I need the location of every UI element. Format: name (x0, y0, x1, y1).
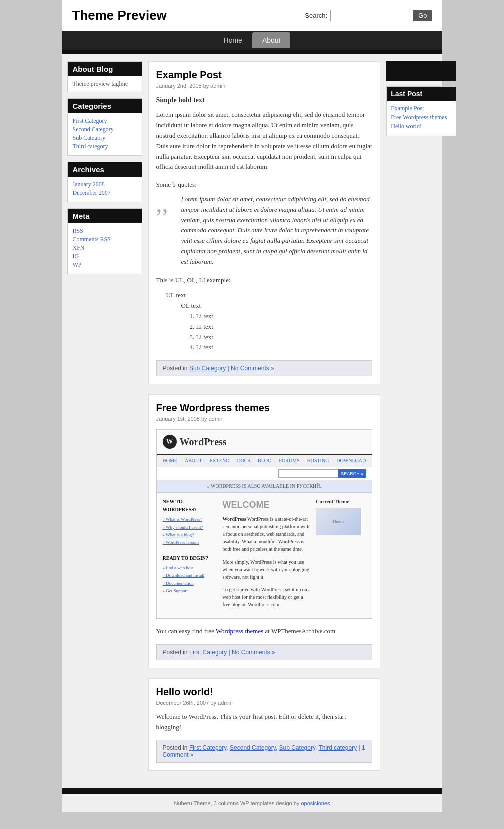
wp-body-text2: More simply, WordPress is what you use w… (223, 558, 311, 581)
last-post-link[interactable]: Example Post (391, 105, 452, 112)
wp-theme-preview: Theme (316, 508, 361, 535)
wp-sidebar-link[interactable]: » WordPress lessons (163, 539, 218, 546)
wp-body-text3: To get started with WordPress, set it up… (223, 586, 311, 608)
wp-right: Current Theme Theme (316, 498, 366, 613)
post-1-content: Simple bold text Lorem ipsum dolor sit a… (156, 95, 373, 353)
ul-item: UL text (166, 290, 373, 301)
wp-sidebar-title: NEW TO WORDPRESS? (163, 498, 218, 514)
wp-nav-item: HOME (163, 457, 177, 465)
bquote-label: Some b-quotes: (156, 180, 373, 190)
footer: Nuberu Theme, 3 columns WP templates des… (62, 794, 442, 812)
wp-notice: » WORDPRESS IS ALSO AVAILABLE IN РУССКИЙ… (157, 480, 372, 493)
wp-logo-text: WordPress (180, 434, 227, 450)
post-comments-link[interactable]: No Comments » (232, 649, 275, 656)
last-post-link[interactable]: Free Wordpress themes (391, 114, 452, 121)
blockquote-text: Lorem ipsum dolor sit amet, consectetur … (181, 194, 373, 267)
wp-search-input[interactable] (278, 469, 338, 478)
footer-link[interactable]: oposiciones (301, 800, 330, 806)
wp-ready-link[interactable]: » find a web host (163, 564, 218, 571)
post-category-link[interactable]: First Category (189, 649, 227, 656)
wp-sidebar-link[interactable]: » What is WordPress? (163, 516, 218, 523)
wp-nav-item: DOWNLOAD (336, 457, 366, 465)
post-category-link[interactable]: Sub Category (189, 365, 226, 372)
archive-link[interactable]: January 2008 (73, 181, 137, 188)
site-title: Theme Preview (72, 8, 167, 23)
post-category-link[interactable]: Second Category (230, 744, 276, 751)
list-label: This is UL, OL, LI example: (156, 275, 373, 286)
wordpress-screenshot: W WordPress HOME ABOUT EXTEND DOCS BLOG … (156, 429, 373, 619)
wp-sidebar: NEW TO WORDPRESS? » What is WordPress? »… (163, 498, 218, 613)
category-link[interactable]: Second Category (73, 126, 137, 133)
meta-link[interactable]: XFN (73, 244, 137, 252)
post-2: Free Wordpress themes January 1st, 2008 … (148, 394, 381, 668)
li-item: Li text (196, 342, 373, 353)
last-post-content: Example Post Free Wordpress themes Hello… (387, 101, 456, 136)
search-label: Search: (305, 12, 327, 19)
wp-ready-link[interactable]: » Get Support (163, 587, 218, 594)
last-post-title: Last Post (387, 87, 456, 101)
wp-welcome: WELCOME (223, 498, 311, 512)
wp-search-bar: SEARCH » (157, 467, 372, 480)
meta-link[interactable]: RSS (73, 227, 137, 235)
last-post-link[interactable]: Hello world! (391, 123, 452, 130)
wp-ready-link[interactable]: » Documentation (163, 580, 218, 587)
posted-in-label: Posted in (163, 649, 188, 656)
search-button[interactable]: Go (413, 10, 432, 21)
list-example: This is UL, OL, LI example: UL text OL t… (156, 275, 373, 353)
wp-search-button[interactable]: SEARCH » (338, 469, 366, 478)
archives-widget: Archives January 2008 December 2007 (67, 162, 142, 202)
category-link[interactable]: First Category (73, 117, 137, 125)
wp-nav: HOME ABOUT EXTEND DOCS BLOG FORUMS HOSTI… (157, 455, 372, 467)
meta-link[interactable]: WP (73, 261, 137, 269)
wp-nav-item: BLOG (258, 457, 271, 465)
categories-widget: Categories First Category Second Categor… (67, 98, 142, 156)
categories-content: First Category Second Category Sub Categ… (68, 113, 142, 155)
post-comments-link[interactable]: No Comments » (231, 365, 274, 372)
search-input[interactable] (330, 10, 410, 21)
post-1-bold-heading: Simple bold text (156, 95, 373, 106)
nav-about[interactable]: About (252, 32, 291, 48)
posted-in-label: Posted in (163, 744, 188, 751)
post-2-body: You can easy find free Wordpress themes … (156, 626, 373, 637)
archives-title: Archives (68, 162, 142, 177)
main-content: Example Post January 2nd, 2008 by admin … (148, 61, 381, 781)
footer-bar (62, 788, 442, 794)
post-1-footer: Posted in Sub Category | No Comments » (156, 360, 373, 376)
search-area: Search: Go (305, 10, 432, 21)
post-2-footer: Posted in First Category | No Comments » (156, 644, 373, 660)
wp-logo: W WordPress (163, 434, 227, 450)
wp-nav-item: EXTEND (209, 457, 229, 465)
blockquote-wrapper: ,, Lorem ipsum dolor sit amet, consectet… (156, 194, 373, 267)
about-widget-title: About Blog (68, 62, 142, 76)
wordpress-themes-link[interactable]: Wordpress themes (216, 627, 263, 635)
meta-link[interactable]: IG (73, 253, 137, 260)
post-2-content: W WordPress HOME ABOUT EXTEND DOCS BLOG … (156, 429, 373, 637)
nav-bar: Home About (62, 31, 442, 50)
post-category-link[interactable]: Third category (319, 744, 357, 751)
li-item: Li text (196, 332, 373, 343)
post-category-link[interactable]: Sub Category (279, 744, 316, 751)
post-category-link[interactable]: First Category (189, 744, 226, 751)
post-3-content: Welcome to WordPress. This is your first… (156, 712, 373, 733)
meta-content: RSS Comments RSS XFN IG WP (68, 223, 142, 274)
wp-nav-item: HOSTING (307, 457, 329, 465)
category-link[interactable]: Sub Category (73, 134, 137, 142)
about-tagline: Theme preview tagline (68, 76, 142, 92)
category-link[interactable]: Third category (73, 143, 137, 150)
wp-ready-link[interactable]: » Download and install (163, 572, 218, 579)
left-sidebar: About Blog Theme preview tagline Categor… (67, 61, 142, 781)
post-3: Hello world! December 26th, 2007 by admi… (148, 678, 381, 771)
archives-content: January 2008 December 2007 (68, 177, 142, 202)
nav-home[interactable]: Home (214, 32, 252, 48)
right-top-decoration (386, 61, 456, 81)
meta-link[interactable]: Comments RSS (73, 236, 137, 243)
archive-link[interactable]: December 2007 (73, 189, 137, 197)
wp-sidebar-link[interactable]: » What is a blog? (163, 531, 218, 538)
post-1-title: Example Post (156, 69, 373, 81)
post-3-footer: Posted in First Category, Second Categor… (156, 740, 373, 763)
wp-sidebar-link[interactable]: » Why should I use it? (163, 524, 218, 531)
wp-nav-item: ABOUT (185, 457, 202, 465)
post-3-body: Welcome to WordPress. This is your first… (156, 712, 373, 733)
post-1-meta: January 2nd, 2008 by admin (156, 83, 373, 89)
nav-bottom-bar (62, 50, 442, 54)
